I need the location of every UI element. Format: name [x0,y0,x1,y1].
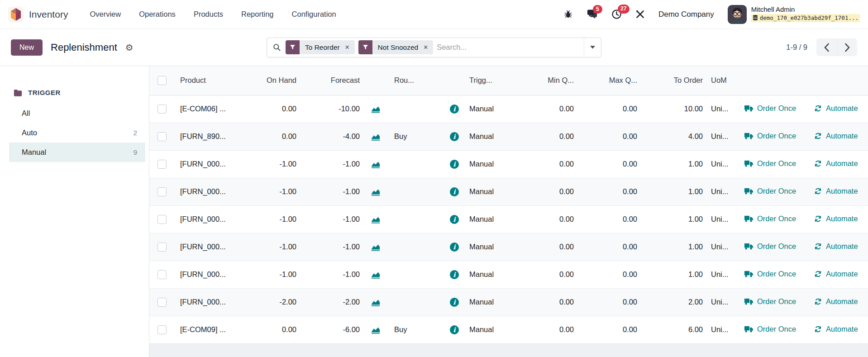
on-hand-cell[interactable]: -1.00 [243,178,299,205]
row-checkbox[interactable] [157,243,167,252]
header-on-hand[interactable]: On Hand [243,66,299,95]
trigger-cell[interactable]: Manual [466,316,515,343]
nav-menu-item[interactable]: Overview [90,10,121,19]
forecast-cell[interactable]: -10.00 [299,95,362,123]
route-cell[interactable] [389,288,443,316]
automate-button[interactable]: Automate [814,159,858,168]
route-cell[interactable] [389,261,443,288]
sidebar-trigger-item[interactable]: Manual 9 [9,143,145,162]
uom-cell[interactable]: Uni... [706,205,737,233]
automate-button[interactable]: Automate [814,297,858,306]
automate-button[interactable]: Automate [814,242,858,251]
company-switcher[interactable]: Demo Company [658,10,714,19]
info-icon[interactable]: i [450,270,459,279]
header-max-qty[interactable]: Max Q... [577,66,640,95]
to-order-cell[interactable]: 6.00 [640,316,706,343]
product-cell[interactable]: [FURN_000... [175,150,243,178]
route-cell[interactable] [389,205,443,233]
to-order-cell[interactable]: 1.00 [640,178,706,205]
route-cell[interactable] [389,150,443,178]
forecast-chart-icon[interactable] [371,132,381,141]
row-checkbox[interactable] [157,132,167,141]
forecast-chart-icon[interactable] [371,325,381,334]
forecast-cell[interactable]: -1.00 [299,205,362,233]
messages-icon[interactable]: 5 [587,10,598,19]
min-qty-cell[interactable]: 0.00 [515,316,577,343]
info-icon[interactable]: i [450,215,459,224]
search-filter-chip[interactable]: To Reorder ✕ [286,40,355,54]
to-order-cell[interactable]: 1.00 [640,205,706,233]
order-once-button[interactable]: Order Once [744,104,796,113]
min-qty-cell[interactable]: 0.00 [515,233,577,261]
forecast-chart-icon[interactable] [371,298,381,307]
tools-icon[interactable] [635,10,645,19]
automate-button[interactable]: Automate [814,132,858,140]
new-button[interactable]: New [11,39,43,56]
product-cell[interactable]: [FURN_000... [175,233,243,261]
trigger-cell[interactable]: Manual [466,288,515,316]
min-qty-cell[interactable]: 0.00 [515,123,577,150]
forecast-cell[interactable]: -2.00 [299,288,362,316]
product-cell[interactable]: [FURN_000... [175,261,243,288]
sidebar-trigger-item[interactable]: Auto 2 [9,123,145,143]
info-icon[interactable]: i [450,298,459,307]
max-qty-cell[interactable]: 0.00 [577,150,640,178]
min-qty-cell[interactable]: 0.00 [515,178,577,205]
trigger-cell[interactable]: Manual [466,123,515,150]
on-hand-cell[interactable]: -1.00 [243,205,299,233]
to-order-cell[interactable]: 4.00 [640,123,706,150]
uom-cell[interactable]: Uni... [706,150,737,178]
search-dropdown-toggle[interactable] [584,38,601,57]
min-qty-cell[interactable]: 0.00 [515,95,577,123]
min-qty-cell[interactable]: 0.00 [515,150,577,178]
forecast-cell[interactable]: -4.00 [299,123,362,150]
product-cell[interactable]: [FURN_000... [175,288,243,316]
header-forecast[interactable]: Forecast [299,66,362,95]
on-hand-cell[interactable]: 0.00 [243,95,299,123]
product-cell[interactable]: [FURN_890... [175,123,243,150]
to-order-cell[interactable]: 2.00 [640,288,706,316]
forecast-cell[interactable]: -1.00 [299,261,362,288]
gear-icon[interactable]: ⚙ [125,43,134,52]
order-once-button[interactable]: Order Once [744,297,796,306]
row-checkbox[interactable] [157,215,167,224]
product-cell[interactable]: [E-COM06] ... [175,95,243,123]
product-cell[interactable]: [FURN_000... [175,205,243,233]
header-uom[interactable]: UoM [706,66,737,95]
user-menu[interactable]: Mitchell Admin demo_170_e027b3abd29f_170… [728,5,860,24]
order-once-button[interactable]: Order Once [744,325,796,333]
forecast-chart-icon[interactable] [371,160,381,169]
row-checkbox[interactable] [157,187,167,196]
info-icon[interactable]: i [450,325,459,334]
forecast-chart-icon[interactable] [371,187,381,196]
order-once-button[interactable]: Order Once [744,270,796,278]
trigger-cell[interactable]: Manual [466,233,515,261]
forecast-chart-icon[interactable] [371,243,381,252]
nav-menu-item[interactable]: Configuration [292,10,336,19]
trigger-cell[interactable]: Manual [466,261,515,288]
order-once-button[interactable]: Order Once [744,242,796,251]
max-qty-cell[interactable]: 0.00 [577,233,640,261]
info-icon[interactable]: i [450,160,459,169]
forecast-chart-icon[interactable] [371,105,381,114]
app-name[interactable]: Inventory [29,9,68,20]
trigger-cell[interactable]: Manual [466,178,515,205]
forecast-cell[interactable]: -1.00 [299,150,362,178]
forecast-chart-icon[interactable] [371,270,381,279]
trigger-cell[interactable]: Manual [466,95,515,123]
route-cell[interactable]: Buy [389,123,443,150]
max-qty-cell[interactable]: 0.00 [577,205,640,233]
route-cell[interactable] [389,178,443,205]
order-once-button[interactable]: Order Once [744,132,796,140]
max-qty-cell[interactable]: 0.00 [577,178,640,205]
info-icon[interactable]: i [450,243,459,252]
row-checkbox[interactable] [157,270,167,279]
forecast-cell[interactable]: -1.00 [299,233,362,261]
automate-button[interactable]: Automate [814,104,858,113]
select-all-checkbox[interactable] [157,76,167,85]
on-hand-cell[interactable]: -1.00 [243,150,299,178]
uom-cell[interactable]: Uni... [706,233,737,261]
automate-button[interactable]: Automate [814,325,858,333]
uom-cell[interactable]: Uni... [706,178,737,205]
header-product[interactable]: Product [175,66,243,95]
